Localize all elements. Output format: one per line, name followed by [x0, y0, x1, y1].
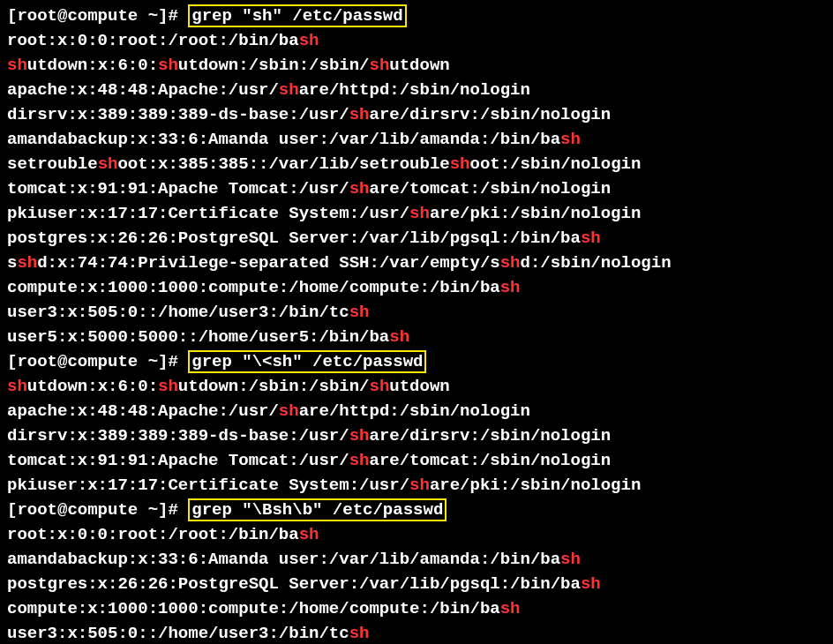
shell-prompt: [root@compute ~]#: [7, 6, 188, 26]
terminal-line: [root@compute ~]# grep "\Bsh\b" /etc/pas…: [7, 498, 826, 522]
match-highlight: sh: [299, 525, 319, 544]
terminal-line: user3:x:505:0::/home/user3:/bin/tcsh: [7, 300, 826, 325]
match-highlight: sh: [349, 624, 370, 643]
match-highlight: sh: [17, 253, 37, 273]
match-highlight: sh: [158, 56, 178, 75]
match-highlight: sh: [349, 105, 370, 124]
terminal-line: root:x:0:0:root:/root:/bin/bash: [7, 522, 826, 547]
match-highlight: sh: [581, 228, 601, 248]
command-highlight-box: grep "\<sh" /etc/passwd: [188, 350, 426, 373]
match-highlight: sh: [279, 80, 299, 100]
terminal-line: [root@compute ~]# grep "sh" /etc/passwd: [7, 4, 826, 28]
match-highlight: sh: [581, 574, 601, 594]
terminal-line: compute:x:1000:1000:compute:/home/comput…: [7, 596, 826, 621]
terminal-line: sshd:x:74:74:Privilege-separated SSH:/va…: [7, 251, 826, 275]
terminal-line: postgres:x:26:26:PostgreSQL Server:/var/…: [7, 572, 826, 596]
match-highlight: sh: [409, 204, 430, 223]
shell-prompt: [root@compute ~]#: [7, 500, 188, 520]
match-highlight: sh: [349, 303, 370, 322]
match-highlight: sh: [299, 31, 319, 50]
terminal-line: dirsrv:x:389:389:389-ds-base:/usr/share/…: [7, 423, 826, 448]
command-highlight-box: grep "\Bsh\b" /etc/passwd: [188, 498, 447, 521]
terminal-line: user3:x:505:0::/home/user3:/bin/tcsh: [7, 621, 826, 644]
match-highlight: sh: [409, 476, 430, 495]
terminal-line: root:x:0:0:root:/root:/bin/bash: [7, 28, 826, 53]
match-highlight: sh: [389, 327, 409, 347]
match-highlight: sh: [370, 377, 390, 396]
match-highlight: sh: [7, 377, 27, 396]
match-highlight: sh: [349, 179, 370, 198]
terminal-line: dirsrv:x:389:389:389-ds-base:/usr/share/…: [7, 102, 826, 127]
terminal-line: setroubleshoot:x:385:385::/var/lib/setro…: [7, 152, 826, 176]
terminal-line: amandabackup:x:33:6:Amanda user:/var/lib…: [7, 547, 826, 572]
match-highlight: sh: [349, 426, 370, 446]
terminal-line: pkiuser:x:17:17:Certificate System:/usr/…: [7, 201, 826, 226]
terminal-line: apache:x:48:48:Apache:/usr/share/httpd:/…: [7, 78, 826, 102]
match-highlight: sh: [560, 130, 581, 149]
match-highlight: sh: [500, 253, 521, 273]
terminal-line: amandabackup:x:33:6:Amanda user:/var/lib…: [7, 127, 826, 152]
terminal-line: tomcat:x:91:91:Apache Tomcat:/usr/share/…: [7, 176, 826, 201]
terminal-line: [root@compute ~]# grep "\<sh" /etc/passw…: [7, 349, 826, 374]
match-highlight: sh: [349, 451, 370, 470]
terminal-line: pkiuser:x:17:17:Certificate System:/usr/…: [7, 473, 826, 498]
match-highlight: sh: [450, 154, 470, 174]
match-highlight: sh: [158, 377, 178, 396]
terminal-line: postgres:x:26:26:PostgreSQL Server:/var/…: [7, 226, 826, 251]
match-highlight: sh: [279, 401, 299, 421]
match-highlight: sh: [500, 599, 521, 618]
match-highlight: sh: [370, 56, 390, 75]
terminal[interactable]: [root@compute ~]# grep "sh" /etc/passwdr…: [7, 4, 826, 644]
match-highlight: sh: [7, 56, 27, 75]
shell-prompt: [root@compute ~]#: [7, 352, 188, 371]
terminal-line: shutdown:x:6:0:shutdown:/sbin:/sbin/shut…: [7, 53, 826, 78]
terminal-line: shutdown:x:6:0:shutdown:/sbin:/sbin/shut…: [7, 374, 826, 399]
terminal-line: user5:x:5000:5000::/home/user5:/bin/bash: [7, 325, 826, 349]
terminal-line: compute:x:1000:1000:compute:/home/comput…: [7, 275, 826, 300]
match-highlight: sh: [98, 154, 118, 174]
match-highlight: sh: [560, 550, 581, 569]
terminal-line: apache:x:48:48:Apache:/usr/share/httpd:/…: [7, 399, 826, 423]
match-highlight: sh: [500, 278, 521, 297]
terminal-line: tomcat:x:91:91:Apache Tomcat:/usr/share/…: [7, 448, 826, 473]
command-highlight-box: grep "sh" /etc/passwd: [188, 4, 406, 27]
